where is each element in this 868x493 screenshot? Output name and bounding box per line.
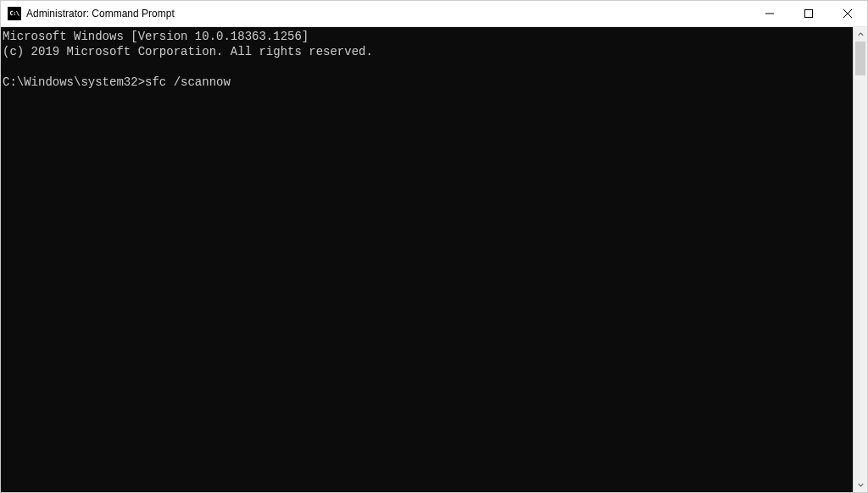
terminal-prompt-line: C:\Windows\system32>sfc /scannow [3, 75, 853, 90]
window-title: Administrator: Command Prompt [26, 8, 750, 19]
scrollbar-thumb[interactable] [855, 42, 865, 75]
terminal-prompt: C:\Windows\system32> [3, 75, 145, 90]
chevron-up-icon [858, 31, 864, 37]
maximize-button[interactable] [789, 1, 828, 26]
app-icon: C:\ [8, 7, 21, 20]
titlebar[interactable]: C:\ Administrator: Command Prompt [1, 1, 867, 27]
maximize-icon [804, 9, 813, 18]
scrollbar-up-button[interactable] [854, 27, 867, 42]
minimize-button[interactable] [750, 1, 789, 26]
terminal-container: Microsoft Windows [Version 10.0.18363.12… [1, 27, 867, 492]
terminal-blank-line [3, 59, 853, 75]
scrollbar-track[interactable] [854, 42, 867, 478]
svg-rect-1 [805, 10, 813, 18]
terminal-header-line-2: (c) 2019 Microsoft Corporation. All righ… [3, 44, 853, 59]
close-icon [843, 9, 852, 18]
window-controls [750, 1, 867, 26]
command-prompt-window: C:\ Administrator: Command Prompt Micros… [0, 0, 868, 493]
terminal[interactable]: Microsoft Windows [Version 10.0.18363.12… [1, 27, 853, 492]
app-icon-text: C:\ [9, 10, 19, 17]
close-button[interactable] [828, 1, 867, 26]
minimize-icon [765, 9, 774, 18]
terminal-header-line-1: Microsoft Windows [Version 10.0.18363.12… [3, 29, 853, 44]
terminal-command: sfc /scannow [145, 75, 231, 90]
vertical-scrollbar[interactable] [853, 27, 867, 492]
scrollbar-down-button[interactable] [854, 478, 867, 492]
chevron-down-icon [858, 482, 864, 488]
